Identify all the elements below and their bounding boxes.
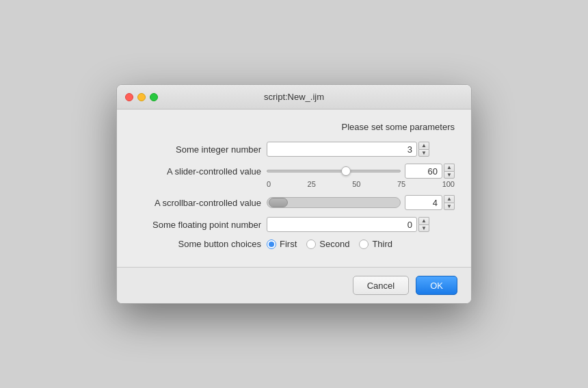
slider-tick-75: 75 (397, 180, 405, 188)
slider-spinner-down[interactable]: ▼ (444, 171, 455, 179)
integer-row: Some integer number ▲ ▼ (133, 142, 455, 157)
radio-group: First Second Third (267, 239, 392, 249)
scrollbar-label: A scrollbar-controlled value (133, 198, 267, 208)
scrollbar-value-input[interactable] (405, 195, 442, 210)
slider-track-row: ▲ ▼ (267, 164, 455, 179)
scrollbar-spinner-down[interactable]: ▼ (444, 203, 455, 210)
scrollbar-spinner: ▲ ▼ (444, 195, 455, 210)
radio-circle-second[interactable] (306, 240, 316, 249)
ok-button[interactable]: OK (416, 276, 457, 295)
slider-wrapper (267, 164, 401, 178)
float-label: Some floating point number (133, 220, 267, 230)
radio-label-third: Third (372, 239, 392, 249)
scrollbar-track[interactable] (267, 197, 401, 208)
slider-row: A slider-controlled value ▲ ▼ 0 (133, 164, 455, 188)
radio-option-third[interactable]: Third (359, 239, 392, 249)
slider-tick-50: 50 (352, 180, 360, 188)
radio-circle-third[interactable] (359, 240, 369, 249)
float-spinner: ▲ ▼ (418, 217, 429, 232)
integer-spinner-down[interactable]: ▼ (418, 149, 429, 157)
radio-label: Some button choices (133, 239, 267, 249)
integer-input[interactable] (267, 142, 417, 157)
integer-spinner: ▲ ▼ (418, 142, 429, 157)
dialog-footer: Cancel OK (117, 267, 471, 303)
integer-label: Some integer number (133, 144, 267, 155)
radio-option-first[interactable]: First (267, 239, 297, 249)
slider-spinner-up[interactable]: ▲ (444, 164, 455, 171)
slider-tick-100: 100 (442, 180, 455, 188)
scrollbar-value-wrapper: ▲ ▼ (405, 195, 455, 210)
scrollbar-row: A scrollbar-controlled value ▲ ▼ (133, 195, 455, 210)
close-button[interactable] (125, 93, 133, 101)
radio-option-second[interactable]: Second (306, 239, 349, 249)
window-title: script:New_.ijm (264, 92, 324, 102)
radio-circle-first[interactable] (267, 240, 276, 249)
titlebar: script:New_.ijm (117, 85, 471, 109)
slider-label: A slider-controlled value (133, 164, 267, 177)
float-spinner-down[interactable]: ▼ (418, 224, 429, 232)
float-input[interactable] (267, 217, 417, 232)
dialog-content: Please set some parameters Some integer … (117, 109, 471, 267)
float-spinner-up[interactable]: ▲ (418, 217, 429, 224)
slider-value-input[interactable] (405, 164, 442, 179)
slider-input[interactable] (267, 170, 401, 172)
cancel-button[interactable]: Cancel (353, 276, 409, 295)
float-row: Some floating point number ▲ ▼ (133, 217, 455, 232)
slider-value-control: ▲ ▼ (405, 164, 455, 179)
dialog-window: script:New_.ijm Please set some paramete… (116, 84, 472, 304)
radio-row: Some button choices First Second Third (133, 239, 455, 249)
radio-label-second: Second (319, 239, 349, 249)
dialog-header: Please set some parameters (133, 122, 455, 132)
slider-tick-labels: 0 25 50 75 100 (267, 179, 455, 188)
traffic-lights (125, 93, 158, 101)
integer-control: ▲ ▼ (267, 142, 429, 157)
scrollbar-control: ▲ ▼ (267, 195, 455, 210)
slider-tick-25: 25 (308, 180, 316, 188)
radio-label-first: First (280, 239, 297, 249)
integer-spinner-up[interactable]: ▲ (418, 142, 429, 149)
scrollbar-thumb[interactable] (269, 198, 288, 207)
scrollbar-spinner-up[interactable]: ▲ (444, 195, 455, 203)
slider-spinner: ▲ ▼ (444, 164, 455, 179)
slider-container: ▲ ▼ 0 25 50 75 100 (267, 164, 455, 188)
float-control: ▲ ▼ (267, 217, 429, 232)
minimize-button[interactable] (137, 93, 146, 101)
maximize-button[interactable] (150, 93, 158, 101)
slider-tick-0: 0 (267, 180, 271, 188)
